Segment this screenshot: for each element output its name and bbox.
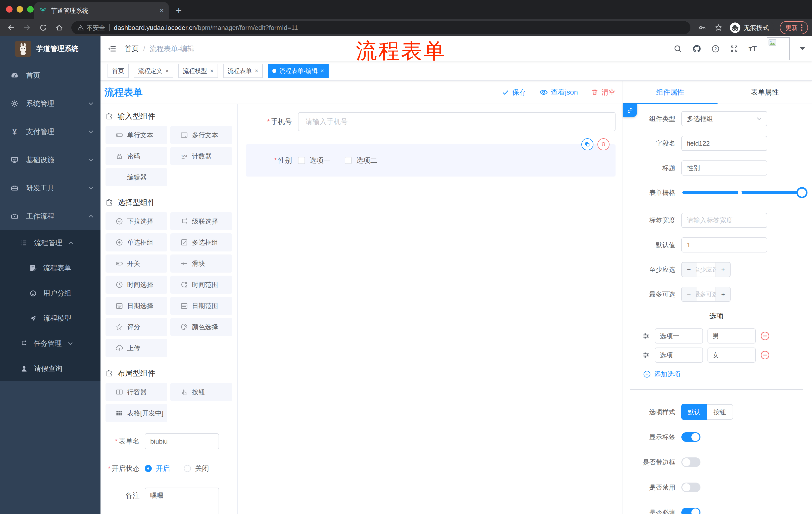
component-chip-date-picker[interactable]: 日期选择 — [106, 297, 167, 315]
remove-option-icon[interactable] — [760, 350, 770, 360]
option-value-input[interactable] — [707, 328, 756, 344]
remark-textarea[interactable]: 嘿嘿 — [145, 488, 219, 514]
avatar-caret-icon[interactable] — [800, 47, 805, 50]
component-chip-switch[interactable]: 开关 — [106, 254, 167, 273]
component-chip-date-range[interactable]: 日期范围 — [170, 297, 232, 315]
browser-menu-icon[interactable] — [801, 24, 803, 31]
sidebar-item-process-model[interactable]: 流程模型 — [0, 306, 100, 331]
fullscreen-icon[interactable] — [730, 45, 738, 53]
field-name-input[interactable] — [682, 136, 767, 151]
component-chip-time-range[interactable]: 时间范围 — [170, 276, 232, 294]
max-select-stepper[interactable]: − 最多可选 + — [682, 287, 731, 302]
search-icon[interactable] — [673, 45, 682, 53]
increase-icon[interactable]: + — [716, 287, 730, 301]
component-chip-select[interactable]: 下拉选择 — [106, 212, 167, 231]
view-json-button[interactable]: 查看json — [540, 87, 578, 97]
component-chip-cascader[interactable]: 级联选择 — [170, 212, 232, 231]
drag-handle-icon[interactable] — [642, 351, 650, 359]
close-window-button[interactable] — [6, 6, 12, 12]
browser-tab[interactable]: 芋道管理系统 × — [34, 2, 169, 19]
link-tab-button[interactable] — [623, 104, 637, 117]
option-label-input[interactable] — [655, 348, 703, 362]
increase-icon[interactable]: + — [716, 263, 730, 277]
url-text[interactable]: dashboard.yudao.iocoder.cn/bpm/manager/f… — [114, 24, 298, 32]
new-tab-button[interactable]: + — [176, 5, 182, 16]
component-chip-button[interactable]: 按钮 — [170, 383, 232, 401]
sidebar-item-workflow[interactable]: 工作流程 — [0, 202, 100, 231]
help-icon[interactable]: ? — [711, 45, 720, 53]
component-chip-slider[interactable]: 滑块 — [170, 254, 232, 273]
component-chip-color-picker[interactable]: 颜色选择 — [170, 318, 232, 336]
minimize-window-button[interactable] — [17, 6, 23, 12]
min-select-stepper[interactable]: − 至少应选 + — [682, 262, 731, 277]
avatar[interactable] — [767, 37, 790, 60]
sidebar-item-infrastructure[interactable]: 基础设施 — [0, 146, 100, 174]
tag-close-icon[interactable]: × — [255, 67, 258, 75]
gender-checkbox-option2[interactable]: 选项二 — [345, 156, 377, 165]
label-width-input[interactable] — [682, 213, 767, 228]
back-icon[interactable] — [4, 21, 18, 35]
default-value-input[interactable] — [682, 237, 767, 252]
with-border-toggle[interactable] — [682, 457, 700, 467]
component-chip-multi-line-text[interactable]: 多行文本 — [170, 126, 232, 144]
component-chip-table[interactable]: 表格[开发中] — [106, 404, 167, 422]
canvas-field-gender-selected[interactable]: *性别 选项一 选项二 — [246, 144, 615, 177]
sidebar-item-task-management[interactable]: 任务管理 — [0, 331, 100, 356]
component-chip-time-picker[interactable]: 时间选择 — [106, 276, 167, 294]
tag-close-icon[interactable]: × — [165, 67, 169, 75]
style-button-button[interactable]: 按钮 — [707, 404, 733, 420]
forward-icon[interactable] — [20, 21, 34, 35]
component-type-select[interactable]: 多选框组 — [682, 111, 767, 126]
home-icon[interactable] — [52, 21, 66, 35]
max-select-value[interactable]: 最多可选 — [696, 287, 716, 301]
form-grid-slider[interactable] — [683, 191, 803, 194]
sidebar-item-dev-tools[interactable]: 研发工具 — [0, 174, 100, 202]
tab-component-properties[interactable]: 组件属性 — [623, 81, 718, 104]
save-button[interactable]: 保存 — [502, 87, 526, 97]
sidebar-item-payment[interactable]: ¥ 支付管理 — [0, 118, 100, 146]
key-icon[interactable] — [695, 21, 709, 35]
disabled-toggle[interactable] — [682, 483, 700, 492]
style-default-button[interactable]: 默认 — [682, 404, 707, 420]
option-value-input[interactable] — [707, 348, 756, 362]
sidebar-item-process-management[interactable]: 流程管理 — [0, 231, 100, 255]
tab-close-icon[interactable]: × — [160, 7, 164, 14]
sidebar-item-home[interactable]: 首页 — [0, 61, 100, 89]
component-chip-radio-group[interactable]: 单选框组 — [106, 233, 167, 251]
clear-button[interactable]: 清空 — [591, 87, 615, 97]
breadcrumb-home[interactable]: 首页 — [125, 44, 139, 54]
canvas-field-phone[interactable]: *手机号 请输入手机号 — [246, 112, 615, 131]
form-canvas[interactable]: *手机号 请输入手机号 *性别 选项一 — [238, 104, 622, 514]
form-name-input[interactable] — [145, 433, 219, 450]
bookmark-star-icon[interactable] — [712, 21, 726, 35]
gender-checkbox-option1[interactable]: 选项一 — [298, 156, 330, 165]
site-security-warning[interactable]: 不安全 — [77, 24, 105, 32]
component-chip-checkbox-group[interactable]: 多选框组 — [170, 233, 232, 251]
add-option-button[interactable]: 添加选项 — [623, 369, 808, 379]
app-logo-row[interactable]: 芋道管理系统 — [0, 36, 100, 61]
status-radio-open[interactable]: 开启 — [145, 464, 170, 473]
status-radio-closed[interactable]: 关闭 — [184, 464, 209, 473]
decrease-icon[interactable]: − — [682, 263, 696, 277]
tag-process-form[interactable]: 流程表单× — [223, 64, 263, 78]
zoom-window-button[interactable] — [27, 6, 34, 12]
decrease-icon[interactable]: − — [682, 287, 696, 301]
show-label-toggle[interactable] — [682, 432, 700, 442]
sidebar-item-leave-query[interactable]: 请假查询 — [0, 356, 100, 381]
slider-handle[interactable] — [796, 187, 808, 198]
sidebar-item-user-groups[interactable]: 用户分组 — [0, 281, 100, 306]
component-chip-single-line-text[interactable]: 单行文本 — [106, 126, 167, 144]
tag-close-icon[interactable]: × — [210, 67, 213, 75]
delete-component-button[interactable] — [598, 138, 609, 151]
reload-icon[interactable] — [36, 21, 50, 35]
hamburger-fold-icon[interactable] — [108, 44, 117, 53]
url-bar[interactable]: 不安全 dashboard.yudao.iocoder.cn/bpm/manag… — [71, 21, 690, 34]
option-label-input[interactable] — [655, 328, 703, 344]
font-size-icon[interactable]: ᴛT — [749, 45, 757, 53]
component-chip-upload[interactable]: 上传 — [106, 339, 167, 357]
min-select-value[interactable]: 至少应选 — [696, 263, 716, 277]
sidebar-item-process-form[interactable]: 流程表单 — [0, 255, 100, 281]
tab-form-properties[interactable]: 表单属性 — [718, 81, 812, 104]
sidebar-item-system[interactable]: 系统管理 — [0, 89, 100, 118]
component-chip-rate[interactable]: 评分 — [106, 318, 167, 336]
